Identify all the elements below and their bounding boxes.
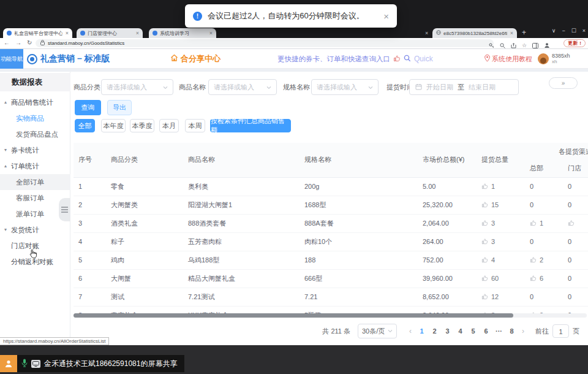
user-sub: xh [552, 59, 570, 65]
filter-select-商品名称[interactable]: 请选择或输入 [208, 79, 277, 95]
url-bar[interactable]: standard.maboy.cn/GoodsStatistics [36, 39, 494, 47]
range-tab-本年度[interactable]: 本年度 [101, 119, 126, 132]
date-range-picker[interactable]: 开始日期 至 结束日期 [409, 79, 519, 95]
select-placeholder: 请选择或输入 [214, 83, 266, 92]
page-number[interactable]: 8 [505, 327, 518, 335]
toast-close-icon[interactable]: × [383, 11, 389, 21]
screen-share-indicator[interactable]: 金禾通技术王斌18662591081的屏幕共享 [17, 355, 184, 372]
pickup-hand-icon [530, 219, 537, 227]
page-numbers: 123456···8 [415, 327, 518, 335]
filter-select-规格名称[interactable]: 请选择或输入 [311, 79, 379, 95]
forward-icon[interactable]: → [15, 39, 21, 46]
sidebar: 数据报表 ▴商品销售统计实物商品发货商品盘点▾券卡统计▴订单统计全部订单客服订单… [0, 72, 70, 345]
column-header: 提货总量 [477, 143, 525, 177]
tab-close-icon[interactable]: × [209, 30, 213, 36]
table-body: 1零食奥利奥200g5.001002大闸蟹类阳澄湖大闸蟹11688型25,320… [74, 177, 588, 316]
range-tab-全部[interactable]: 全部 [75, 119, 95, 132]
sidebar-item-发货商品盘点[interactable]: 发货商品盘点 [0, 126, 70, 142]
browser-tab[interactable]: 礼盒营销平台管理中心× [3, 28, 72, 38]
goto-page-input[interactable]: 1 [552, 324, 569, 338]
browser-tab[interactable]: e8c573980b1328a258fd2e6f8× [432, 28, 517, 38]
page-number[interactable]: 1 [415, 327, 428, 335]
page-number[interactable]: 3 [441, 327, 454, 335]
search-icon[interactable] [404, 53, 411, 64]
date-to-label: 至 [458, 83, 464, 92]
summary-button[interactable]: 按检索条件汇总商品销售额 [210, 119, 291, 132]
function-nav-button[interactable]: 功能导航 [0, 49, 23, 69]
tab-close-icon[interactable]: × [66, 30, 69, 36]
thumb-up-icon [393, 53, 401, 64]
scrollbar-thumb[interactable] [74, 313, 513, 318]
star-icon[interactable]: ☆ [522, 42, 527, 48]
sidebar-item-发货统计[interactable]: ▾发货统计 [0, 222, 70, 238]
browser-update-button[interactable]: 更新! [564, 39, 586, 47]
goods-table: 序号商品分类商品名称规格名称市场价总额(¥)提货总量各提货渠道总部门店 1零食奥… [74, 143, 588, 316]
sidebar-item-商品销售统计[interactable]: ▴商品销售统计 [0, 94, 70, 110]
sidebar-item-订单统计[interactable]: ▴订单统计 [0, 158, 70, 174]
tab-title: 系统培训学习 [160, 30, 206, 37]
page-size-select[interactable]: 30条/页 [358, 324, 397, 338]
back-icon[interactable]: ← [4, 39, 10, 46]
page-number[interactable]: 6 [480, 327, 492, 335]
lock-icon [40, 40, 45, 47]
pickup-count: 0 [568, 183, 571, 190]
tab-close-icon[interactable]: × [510, 30, 513, 36]
search-button[interactable]: 查询 [75, 100, 101, 115]
pickup-count: 0 [530, 183, 533, 190]
pickup-hand-icon [481, 183, 488, 191]
tab-close-icon[interactable]: × [136, 30, 139, 36]
reload-icon[interactable]: ↻ [27, 39, 32, 46]
collapse-filters-button[interactable]: » [549, 77, 578, 89]
column-header: 市场价总额(¥) [418, 143, 477, 177]
next-page-button[interactable]: › [518, 327, 528, 335]
sidebar-item-券卡统计[interactable]: ▾券卡统计 [0, 142, 70, 158]
app-logo-icon [27, 54, 37, 64]
share-center-link[interactable]: 合分享中心 [170, 49, 221, 69]
pickup-count: 0 [568, 201, 571, 208]
arrow-down-icon: ▾ [4, 142, 7, 158]
sidebar-item-全部订单[interactable]: 全部订单 [0, 174, 70, 190]
export-button[interactable]: 导出 [107, 100, 132, 115]
browser-tab[interactable]: 门店管理中心× [77, 28, 143, 38]
sidebar-item-实物商品[interactable]: 实物商品 [0, 110, 70, 126]
page-number[interactable]: 4 [454, 327, 467, 335]
arrow-down-icon: ▾ [4, 222, 7, 238]
page-number[interactable]: 5 [467, 327, 480, 335]
quick-label[interactable]: Quick [414, 55, 433, 63]
pickup-count: 0 [568, 238, 571, 245]
hidden-tab-close-icon[interactable]: × [425, 30, 428, 36]
tutorial-link[interactable]: 系统使用教程 [484, 49, 532, 69]
page-number[interactable]: 2 [428, 327, 441, 335]
desktop-bar: 金禾通技术王斌18662591081的屏幕共享 [0, 345, 588, 374]
sidebar-collapse-handle[interactable] [59, 198, 70, 221]
table-row: 4粽子五芳斋肉粽肉粽10个264.00300 [74, 232, 588, 251]
maximize-icon[interactable]: ☐ [571, 28, 576, 34]
participant-icon[interactable] [0, 355, 17, 372]
window-controls: ∨−☐× [552, 28, 586, 34]
range-tab-本周[interactable]: 本周 [185, 119, 205, 132]
arrow-up-icon: ▴ [4, 94, 7, 110]
table-row: 3酒类礼盒888酒类套餐888A套餐2,064.0031 [74, 214, 588, 232]
user-menu[interactable]: 8385xh xh [538, 49, 570, 69]
range-tab-本季度[interactable]: 本季度 [130, 119, 154, 132]
filter-select-商品分类[interactable]: 请选择或输入 [101, 79, 173, 95]
total-count: 共 211 条 [322, 327, 350, 336]
location-pin-icon [484, 55, 490, 63]
close-window-icon[interactable]: × [582, 28, 586, 34]
pickup-count: 0 [530, 201, 533, 208]
meet-dropdown-icon[interactable]: ∨ [552, 28, 556, 34]
range-tab-本月[interactable]: 本月 [159, 119, 179, 132]
new-tab-button[interactable]: + [522, 28, 526, 37]
browser-tab[interactable]: 系统培训学习× [149, 28, 216, 38]
arrow-up-icon: ▴ [4, 158, 7, 174]
prev-page-button[interactable]: ‹ [405, 327, 415, 335]
sidebar-item-label: 订单统计 [11, 162, 39, 170]
pickup-count [568, 219, 588, 227]
minimize-icon[interactable]: − [562, 28, 565, 34]
page-ellipsis[interactable]: ··· [492, 327, 505, 335]
table-row: 7测试7.21测试7.218,652.001200 [74, 288, 588, 306]
horizontal-scrollbar[interactable] [74, 313, 587, 318]
microphone-icon [21, 359, 28, 369]
column-header: 规格名称 [300, 143, 418, 177]
sidebar-item-label: 券卡统计 [11, 147, 39, 154]
